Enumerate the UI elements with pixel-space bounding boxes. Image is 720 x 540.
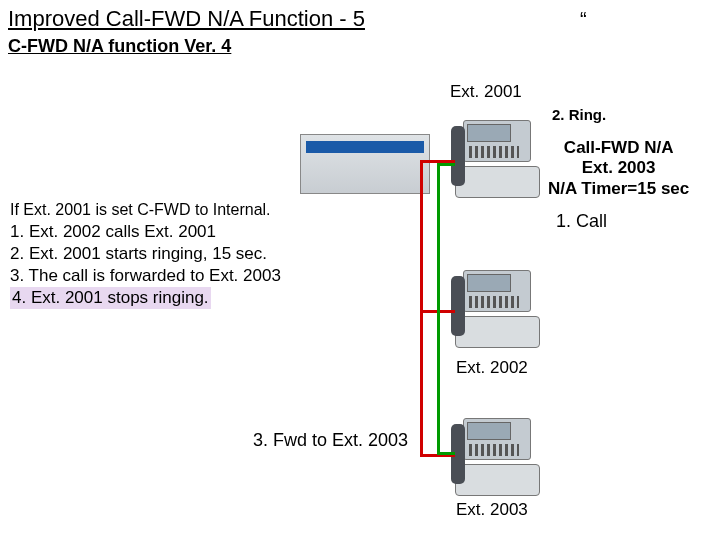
fwd-info-line1: Call-FWD N/A [548,138,689,158]
quote-mark: “ [580,8,587,31]
scenario-condition: If Ext. 2001 is set C-FWD to Internal. [10,200,390,221]
label-ext-2002: Ext. 2002 [456,358,528,378]
scenario-step-4: 4. Ext. 2001 stops ringing. [10,287,211,309]
fwd-info-line3: N/A Timer=15 sec [548,179,689,199]
phone-icon-2003 [455,418,540,496]
phone-icon-2002 [455,270,540,348]
fwd-info-line2: Ext. 2003 [548,158,689,178]
label-ext-2003: Ext. 2003 [456,500,528,520]
scenario-step-3: 3. The call is forwarded to Ext. 2003 [10,265,390,287]
line-vertical [420,160,423,455]
scenario-text: If Ext. 2001 is set C-FWD to Internal. 1… [10,200,390,309]
label-ring: 2. Ring. [552,106,606,123]
page-title: Improved Call-FWD N/A Function - 5 [8,6,365,32]
phone-icon-2001 [455,120,540,198]
fwd-info: Call-FWD N/A Ext. 2003 N/A Timer=15 sec [548,138,689,199]
scenario-step-2: 2. Ext. 2001 starts ringing, 15 sec. [10,243,390,265]
label-ext-2001: Ext. 2001 [450,82,522,102]
line-green-vertical [437,163,440,454]
label-call: 1. Call [556,211,607,232]
line-green-bottom [437,452,455,455]
pbx-unit-icon [300,134,430,194]
label-fwd: 3. Fwd to Ext. 2003 [253,430,408,451]
line-green-top [437,163,455,166]
scenario-step-1: 1. Ext. 2002 calls Ext. 2001 [10,221,390,243]
page-subtitle: C-FWD N/A function Ver. 4 [8,36,231,57]
